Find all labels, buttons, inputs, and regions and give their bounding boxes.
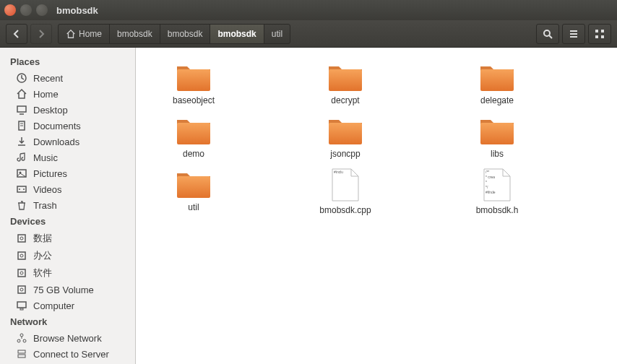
sidebar-item-label: Pictures (33, 168, 67, 179)
trash-icon (16, 199, 27, 211)
folder-item[interactable]: baseobject (158, 61, 230, 105)
sidebar-item[interactable]: Pictures (0, 165, 135, 181)
list-view-button[interactable] (562, 24, 585, 44)
folder-icon (176, 114, 212, 146)
maximize-button[interactable] (36, 4, 48, 16)
sidebar-item[interactable]: Videos (0, 181, 135, 197)
folder-item[interactable]: libs (461, 114, 533, 159)
breadcrumb-label: util (272, 29, 282, 39)
back-button[interactable] (6, 24, 27, 44)
breadcrumb-segment[interactable]: bmobsdk (210, 25, 264, 43)
svg-rect-10 (17, 106, 26, 112)
file-label: util (188, 202, 199, 212)
sidebar-item-label: Connect to Server (33, 349, 109, 360)
toolbar: Homebmobsdkbmobsdkbmobsdkutil (0, 20, 617, 48)
svg-rect-34 (18, 355, 25, 358)
folder-item[interactable]: util (158, 168, 230, 215)
svg-rect-41 (177, 176, 210, 198)
sidebar-item-label: 75 GB Volume (33, 285, 94, 295)
clock-icon (16, 72, 27, 84)
sidebar-item[interactable]: Downloads (0, 134, 135, 150)
file-icon: #inclu (331, 168, 360, 202)
sidebar-item-label: Home (33, 89, 59, 100)
file-label: demo (183, 149, 204, 159)
disk-icon (16, 250, 27, 261)
folder-item[interactable]: demo (158, 114, 230, 159)
sidebar-item[interactable]: Music (0, 150, 135, 165)
disk-icon (16, 233, 27, 244)
sidebar-item[interactable]: 软件 (0, 264, 135, 282)
breadcrumb-segment[interactable]: Home (59, 25, 110, 43)
sidebar-item-label: 数据 (33, 232, 52, 245)
folder-icon (479, 61, 515, 92)
file-label: delegate (480, 95, 514, 105)
sidebar-section-header: Places (0, 53, 135, 70)
sidebar-item[interactable]: Computer (0, 298, 135, 313)
sidebar-item[interactable]: Trash (0, 197, 135, 213)
sidebar-item[interactable]: Desktop (0, 102, 135, 118)
sidebar-item-label: Recent (33, 73, 63, 84)
folder-item[interactable]: delegate (461, 61, 533, 105)
sidebar-item-label: Music (33, 152, 58, 163)
sidebar-item-label: 软件 (33, 266, 52, 280)
sidebar-item-label: Trash (33, 200, 57, 211)
sidebar-item[interactable]: Home (0, 86, 135, 102)
file-item[interactable]: /** * crea * */#ifndebmobsdk.h (461, 168, 533, 215)
doc-icon (16, 120, 27, 131)
sidebar-item[interactable]: Documents (0, 118, 135, 134)
disk-icon (16, 267, 27, 279)
svg-rect-26 (18, 286, 25, 293)
svg-rect-24 (18, 269, 25, 277)
sidebar-item[interactable]: 75 GB Volume (0, 282, 135, 298)
sidebar-item[interactable]: Connect to Server (0, 346, 135, 362)
search-button[interactable] (536, 24, 559, 44)
close-button[interactable] (4, 4, 16, 16)
file-label: libs (491, 149, 504, 159)
svg-rect-40 (480, 123, 514, 144)
sidebar-item-label: Documents (33, 121, 81, 131)
svg-rect-5 (595, 30, 598, 32)
pictures-icon (16, 168, 27, 179)
svg-point-18 (19, 188, 20, 190)
sidebar: PlacesRecentHomeDesktopDocumentsDownload… (0, 48, 136, 364)
svg-rect-28 (17, 302, 26, 308)
breadcrumb-segment[interactable]: bmobsdk (110, 25, 160, 43)
sidebar-item[interactable]: Browse Network (0, 330, 135, 346)
svg-text:#ifnde: #ifnde (486, 190, 496, 194)
svg-line-1 (549, 35, 552, 38)
sidebar-item-label: Browse Network (33, 333, 102, 344)
file-icon: /** * crea * */#ifnde (483, 168, 512, 202)
svg-point-32 (20, 334, 23, 337)
forward-button[interactable] (30, 24, 52, 44)
grid-view-button[interactable] (588, 24, 611, 44)
svg-point-0 (544, 30, 550, 36)
file-label: jsoncpp (330, 149, 360, 159)
svg-rect-38 (177, 123, 210, 144)
download-icon (16, 136, 27, 147)
folder-item[interactable]: jsoncpp (309, 114, 381, 159)
breadcrumb-segment[interactable]: bmobsdk (160, 25, 211, 43)
svg-rect-29 (20, 308, 23, 310)
file-item[interactable]: #inclubmobsdk.cpp (309, 168, 381, 215)
window-title: bmobsdk (56, 5, 98, 16)
svg-rect-17 (17, 186, 26, 192)
breadcrumb-segment[interactable]: util (264, 25, 290, 43)
minimize-button[interactable] (20, 4, 32, 16)
sidebar-item-label: Videos (33, 184, 62, 195)
computer-icon (16, 300, 27, 311)
svg-text:/**: /** (486, 170, 489, 174)
home-icon (16, 88, 27, 100)
sidebar-item[interactable]: 办公 (0, 247, 135, 264)
file-grid[interactable]: baseobjectdecryptdelegatedemojsoncpplibs… (136, 48, 617, 364)
svg-text:*: * (486, 180, 487, 184)
folder-icon (327, 114, 363, 146)
breadcrumb-label: bmobsdk (168, 29, 203, 39)
breadcrumb: Homebmobsdkbmobsdkbmobsdkutil (58, 24, 290, 44)
sidebar-item[interactable]: Recent (0, 70, 135, 86)
svg-rect-37 (480, 69, 514, 91)
svg-rect-39 (329, 123, 362, 144)
svg-point-27 (20, 288, 23, 291)
sidebar-item[interactable]: 数据 (0, 230, 135, 247)
body-area: PlacesRecentHomeDesktopDocumentsDownload… (0, 48, 617, 364)
folder-item[interactable]: decrypt (309, 61, 381, 105)
